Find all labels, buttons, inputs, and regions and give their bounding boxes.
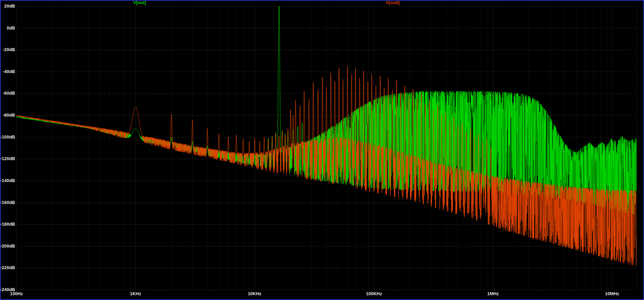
fft-plot-canvas[interactable] bbox=[0, 0, 644, 300]
x-tick-label: 10MHz bbox=[597, 291, 628, 296]
x-tick-label: 1MHz bbox=[478, 291, 508, 296]
trace-label-voutl[interactable]: V[outl] bbox=[386, 0, 400, 5]
y-tick-label: -200dB bbox=[0, 244, 15, 249]
y-tick-label: -80dB bbox=[0, 113, 15, 118]
y-tick-label: -120dB bbox=[0, 156, 15, 161]
x-tick-label: 100Hz bbox=[1, 291, 32, 296]
x-tick-label: 1KHz bbox=[120, 291, 151, 296]
y-tick-label: -100dB bbox=[0, 135, 15, 140]
y-tick-label: 20dB bbox=[0, 4, 15, 9]
y-tick-label: -220dB bbox=[0, 265, 15, 270]
y-tick-label: -140dB bbox=[0, 178, 15, 183]
x-tick-label: 10KHz bbox=[239, 291, 270, 296]
x-tick-label: 100KHz bbox=[359, 291, 389, 296]
y-tick-label: 0dB bbox=[0, 26, 15, 31]
y-tick-label: -180dB bbox=[0, 222, 15, 227]
y-tick-label: -60dB bbox=[0, 91, 15, 96]
y-tick-label: -20dB bbox=[0, 47, 15, 52]
waveform-viewer-pane: 20dB0dB-20dB-40dB-60dB-80dB-100dB-120dB-… bbox=[0, 0, 644, 300]
trace-label-vout[interactable]: V[out] bbox=[133, 0, 146, 5]
y-tick-label: -160dB bbox=[0, 200, 15, 205]
y-tick-label: -40dB bbox=[0, 69, 15, 74]
